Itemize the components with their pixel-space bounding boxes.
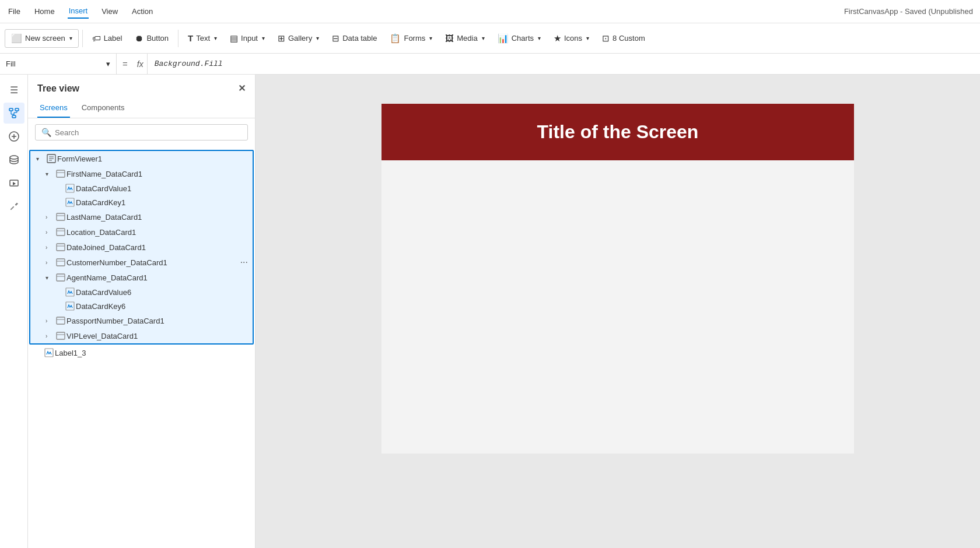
tree-node-firstname-card[interactable]: ▾ FirstName_DataCard1	[30, 166, 253, 181]
datacardkey1-node-icon	[64, 198, 76, 207]
tree-search-box[interactable]: 🔍	[35, 124, 248, 140]
tree-node-datacardkey6[interactable]: DataCardKey6	[30, 299, 253, 313]
firstname-card-node-icon	[55, 168, 66, 179]
search-input[interactable]	[55, 128, 242, 137]
label1-3-node-label: Label1_3	[55, 349, 250, 357]
tree-panel: Tree view ✕ Screens Components 🔍 ▾	[28, 75, 256, 548]
menu-view[interactable]: View	[100, 5, 119, 18]
property-label: Fill	[6, 59, 16, 68]
formula-fx-indicator: fx	[134, 54, 148, 74]
tab-components[interactable]: Components	[79, 99, 127, 118]
menu-file[interactable]: File	[7, 5, 22, 18]
icon-rail: ☰	[0, 75, 28, 548]
tree-node-datacardkey1[interactable]: DataCardKey1	[30, 195, 253, 209]
tree-node-viplevel-card[interactable]: › VIPLevel_DataCard1	[30, 328, 253, 343]
tools-icon[interactable]	[4, 196, 24, 217]
firstname-card-label: FirstName_DataCard1	[66, 170, 248, 178]
media-rail-icon[interactable]	[4, 173, 24, 194]
tree-node-datejoined-card[interactable]: › DateJoined_DataCard1	[30, 240, 253, 255]
lastname-card-caret-icon: ›	[46, 214, 55, 220]
tree-node-form-viewer[interactable]: ▾ FormViewer1	[30, 151, 253, 166]
customernumber-menu-icon[interactable]: ···	[240, 257, 248, 268]
toolbar: ⬜ New screen ▾ 🏷 Label ⏺ Button T Text ▾…	[0, 23, 980, 54]
tree-node-label1-3[interactable]: Label1_3	[28, 346, 255, 360]
customernumber-card-label: CustomerNumber_DataCard1	[66, 258, 240, 267]
close-icon[interactable]: ✕	[238, 83, 246, 94]
hamburger-icon[interactable]: ☰	[4, 79, 24, 100]
menu-bar: File Home Insert View Action FirstCanvas…	[0, 0, 980, 23]
input-caret: ▾	[262, 35, 265, 41]
tree-view-icon[interactable]	[4, 103, 24, 124]
icons-icon: ★	[554, 33, 561, 44]
data-table-btn-label: Data table	[342, 34, 377, 43]
tree-node-passportnumber-card[interactable]: › PassportNumber_DataCard1	[30, 313, 253, 328]
svg-rect-33	[66, 302, 74, 310]
datacardvalue1-label: DataCardValue1	[76, 184, 248, 193]
data-table-button[interactable]: ⊟ Data table	[326, 30, 383, 47]
tree-node-lastname-card[interactable]: › LastName_DataCard1	[30, 209, 253, 224]
new-screen-caret: ▾	[69, 35, 72, 41]
form-viewer-label: FormViewer1	[57, 154, 248, 163]
app-title: FirstCanvasApp - Saved (Unpublished	[844, 7, 973, 16]
media-button[interactable]: 🖼 Media ▾	[439, 30, 490, 47]
screen-title-text: Title of the Screen	[537, 121, 699, 143]
gallery-caret: ▾	[316, 35, 319, 41]
svg-rect-13	[10, 206, 14, 210]
property-selector[interactable]: Fill ▾	[0, 54, 117, 74]
datacardkey1-label: DataCardKey1	[76, 198, 248, 207]
datacardvalue6-label: DataCardValue6	[76, 288, 248, 297]
datacardvalue1-node-icon	[64, 184, 76, 193]
property-caret-icon: ▾	[106, 59, 110, 68]
svg-rect-1	[15, 108, 19, 111]
svg-rect-22	[57, 213, 65, 220]
viplevel-card-node-icon	[55, 331, 66, 341]
label-button[interactable]: 🏷 Label	[86, 30, 128, 47]
svg-rect-32	[66, 288, 74, 296]
data-table-icon: ⊟	[332, 33, 340, 44]
lastname-card-label: LastName_DataCard1	[66, 213, 248, 222]
button-button[interactable]: ⏺ Button	[129, 30, 174, 47]
menu-action[interactable]: Action	[131, 5, 154, 18]
formula-input[interactable]	[148, 59, 980, 68]
tree-node-datacardvalue6[interactable]: DataCardValue6	[30, 285, 253, 299]
svg-rect-21	[66, 198, 74, 206]
agentname-card-label: AgentName_DataCard1	[66, 273, 248, 282]
input-button[interactable]: ▤ Input ▾	[224, 30, 271, 47]
screen-frame: Title of the Screen	[382, 104, 854, 454]
new-screen-button[interactable]: ⬜ New screen ▾	[5, 29, 79, 48]
icons-btn-label: Icons	[564, 34, 582, 43]
forms-button[interactable]: 📋 Forms ▾	[384, 30, 438, 47]
icons-button[interactable]: ★ Icons ▾	[548, 30, 595, 47]
custom-icon: ⊡	[602, 33, 610, 44]
formula-bar: Fill ▾ = fx	[0, 54, 980, 75]
tree-content: ▾ FormViewer1 ▾ FirstName_DataCard1	[28, 146, 255, 548]
passportnumber-card-label: PassportNumber_DataCard1	[66, 317, 248, 325]
media-btn-label: Media	[457, 34, 477, 43]
add-icon[interactable]	[4, 126, 24, 147]
tab-screens[interactable]: Screens	[37, 99, 70, 118]
tree-node-datacardvalue1[interactable]: DataCardValue1	[30, 181, 253, 195]
tree-node-customernumber-card[interactable]: › CustomerNumber_DataCard1 ···	[30, 255, 253, 270]
formula-equals-icon: =	[117, 59, 134, 69]
svg-rect-24	[57, 229, 65, 236]
input-icon: ▤	[230, 33, 238, 44]
svg-rect-38	[45, 349, 53, 357]
data-icon[interactable]	[4, 149, 24, 170]
charts-icon: 📊	[498, 33, 509, 44]
media-icon: 🖼	[445, 33, 454, 43]
media-caret: ▾	[482, 35, 485, 41]
form-viewer-node-icon	[46, 153, 57, 164]
toolbar-separator-2	[178, 30, 178, 47]
tree-node-location-card[interactable]: › Location_DataCard1	[30, 224, 253, 240]
text-button[interactable]: T Text ▾	[182, 30, 223, 47]
menu-insert[interactable]: Insert	[68, 4, 89, 19]
gallery-button[interactable]: ⊞ Gallery ▾	[272, 30, 325, 47]
text-icon: T	[188, 33, 193, 43]
lastname-card-node-icon	[55, 212, 66, 222]
custom-button[interactable]: ⊡ 8 Custom	[596, 30, 651, 47]
menu-home[interactable]: Home	[33, 5, 56, 18]
screen-title-bar: Title of the Screen	[382, 104, 854, 160]
charts-button[interactable]: 📊 Charts ▾	[492, 30, 547, 47]
tree-node-agentname-card[interactable]: ▾ AgentName_DataCard1	[30, 270, 253, 285]
forms-icon: 📋	[390, 33, 401, 44]
